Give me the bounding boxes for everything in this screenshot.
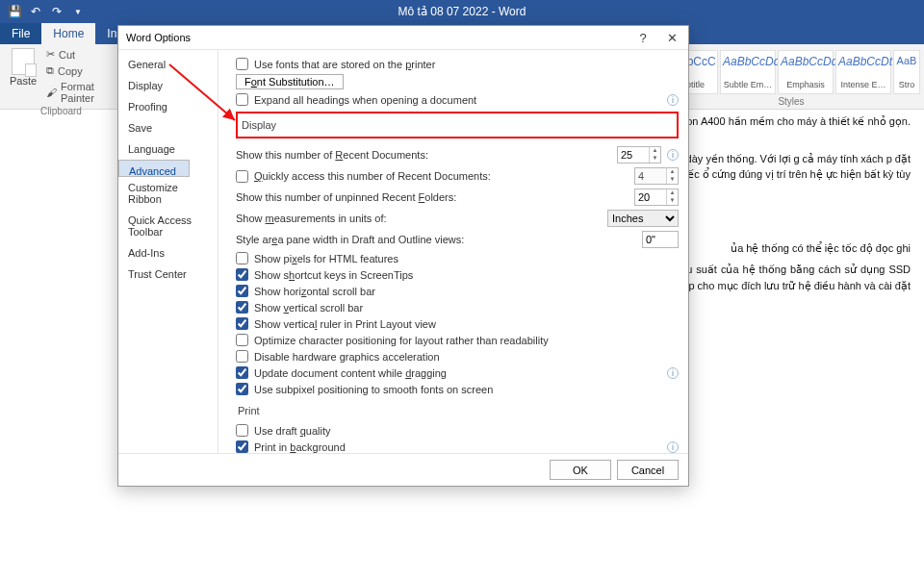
lbl-hscroll: Show horizontal scroll bar — [254, 286, 679, 297]
info-icon[interactable]: i — [667, 441, 679, 453]
word-options-dialog: Word Options ? ✕ General Display Proofin… — [117, 25, 689, 487]
lbl-print-background: Print in background — [254, 441, 661, 453]
quick-access-input — [635, 168, 666, 184]
dialog-footer: OK Cancel — [118, 453, 688, 486]
lbl-shortcut-keys: Show shortcut keys in ScreenTips — [254, 269, 679, 281]
chk-vscroll[interactable] — [236, 301, 248, 314]
lbl-update-drag: Update document content while dragging — [254, 367, 661, 379]
nav-save[interactable]: Save — [118, 117, 218, 138]
lbl-style-pane: Style area pane width in Draft and Outli… — [236, 234, 636, 245]
chk-draft-quality[interactable] — [236, 424, 248, 437]
chk-expand-headings[interactable] — [236, 93, 248, 106]
print-heading: Print — [236, 397, 679, 422]
dialog-titlebar: Word Options ? ✕ — [118, 26, 688, 49]
chk-update-drag[interactable] — [236, 366, 248, 379]
lbl-subpixel: Use subpixel positioning to smooth fonts… — [254, 384, 679, 395]
chk-pixels-html[interactable] — [236, 252, 248, 264]
nav-general[interactable]: General — [118, 54, 218, 75]
lbl-units: Show measurements in units of: — [236, 213, 602, 224]
quick-access-spinner[interactable]: ▲▼ — [634, 167, 679, 185]
chk-quick-access-recent[interactable] — [236, 170, 248, 183]
info-icon[interactable]: i — [667, 94, 679, 106]
style-pane-input[interactable] — [642, 231, 679, 248]
nav-quick-access[interactable]: Quick Access Toolbar — [118, 210, 218, 242]
info-icon[interactable]: i — [667, 367, 679, 379]
lbl-draft-quality: Use draft quality — [254, 425, 679, 437]
dialog-overlay: Word Options ? ✕ General Display Proofin… — [0, 0, 924, 578]
recent-docs-spinner[interactable]: ▲▼ — [617, 146, 661, 163]
chk-disable-hw[interactable] — [236, 350, 248, 363]
chk-print-background[interactable] — [236, 440, 248, 453]
lbl-optimize-char: Optimize character positioning for layou… — [254, 335, 679, 346]
nav-proofing[interactable]: Proofing — [118, 96, 218, 117]
chk-shortcut-keys[interactable] — [236, 268, 248, 281]
chk-vruler[interactable] — [236, 317, 248, 330]
chk-optimize-char[interactable] — [236, 334, 248, 346]
display-heading: Display — [236, 112, 679, 138]
nav-customize-ribbon[interactable]: Customize Ribbon — [118, 177, 218, 210]
dialog-title: Word Options — [126, 32, 191, 43]
units-select[interactable]: Inches — [607, 210, 679, 227]
lbl-quick-access-recent: Quickly access this number of Recent Doc… — [254, 170, 629, 182]
lbl-disable-hw: Disable hardware graphics acceleration — [254, 351, 679, 363]
font-substitution-button[interactable]: Font Substitution… — [236, 74, 344, 89]
recent-folders-input[interactable] — [635, 189, 666, 205]
lbl-use-printer-fonts: Use fonts that are stored on the printer — [254, 59, 679, 70]
dialog-content: Use fonts that are stored on the printer… — [218, 50, 688, 453]
lbl-pixels-html: Show pixels for HTML features — [254, 253, 679, 264]
dialog-close-button[interactable]: ✕ — [657, 31, 686, 45]
nav-display[interactable]: Display — [118, 75, 218, 96]
lbl-recent-folders: Show this number of unpinned Recent Fold… — [236, 191, 629, 203]
recent-folders-spinner[interactable]: ▲▼ — [634, 188, 679, 206]
lbl-vruler: Show vertical ruler in Print Layout view — [254, 318, 679, 330]
dialog-nav: General Display Proofing Save Language A… — [118, 50, 218, 453]
nav-addins[interactable]: Add-Ins — [118, 242, 218, 264]
nav-language[interactable]: Language — [118, 138, 218, 160]
dialog-help-button[interactable]: ? — [629, 31, 657, 45]
chk-subpixel[interactable] — [236, 383, 248, 395]
cancel-button[interactable]: Cancel — [617, 460, 679, 480]
chk-hscroll[interactable] — [236, 285, 248, 297]
nav-advanced[interactable]: Advanced — [118, 160, 190, 177]
chk-use-printer-fonts[interactable] — [236, 58, 248, 70]
ok-button[interactable]: OK — [550, 460, 611, 480]
lbl-recent-docs: Show this number of Recent Documents: — [236, 149, 611, 161]
nav-trust[interactable]: Trust Center — [118, 264, 218, 285]
lbl-vscroll: Show vertical scroll bar — [254, 302, 679, 314]
lbl-expand-headings: Expand all headings when opening a docum… — [254, 94, 661, 106]
info-icon[interactable]: i — [667, 149, 679, 161]
recent-docs-input[interactable] — [618, 147, 649, 163]
